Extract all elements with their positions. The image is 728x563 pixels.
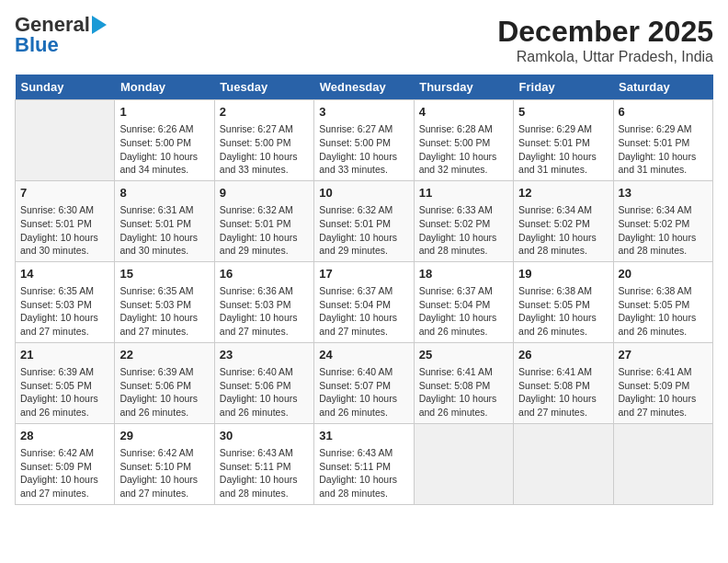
calendar-header: SundayMondayTuesdayWednesdayThursdayFrid… — [16, 75, 713, 100]
day-number: 2 — [220, 104, 309, 121]
week-row-2: 14Sunrise: 6:35 AMSunset: 5:03 PMDayligh… — [16, 261, 713, 342]
day-number: 14 — [20, 266, 109, 282]
day-number: 4 — [419, 104, 508, 121]
calendar-cell — [514, 423, 613, 504]
cell-info: Sunrise: 6:40 AMSunset: 5:07 PMDaylight:… — [319, 365, 408, 419]
day-number: 5 — [518, 104, 608, 121]
day-number: 19 — [518, 266, 608, 282]
calendar-cell: 31Sunrise: 6:43 AMSunset: 5:11 PMDayligh… — [314, 423, 414, 504]
week-row-0: 1Sunrise: 6:26 AMSunset: 5:00 PMDaylight… — [16, 100, 713, 181]
cell-info: Sunrise: 6:34 AMSunset: 5:02 PMDaylight:… — [619, 203, 708, 258]
cell-info: Sunrise: 6:27 AMSunset: 5:00 PMDaylight:… — [220, 122, 309, 177]
cell-info: Sunrise: 6:41 AMSunset: 5:09 PMDaylight:… — [619, 365, 708, 419]
day-number: 11 — [419, 185, 508, 201]
header: General Blue December 2025 Ramkola, Utta… — [15, 15, 713, 65]
cell-info: Sunrise: 6:36 AMSunset: 5:03 PMDaylight:… — [220, 284, 309, 339]
calendar-cell: 28Sunrise: 6:42 AMSunset: 5:09 PMDayligh… — [16, 423, 115, 504]
header-cell-thursday: Thursday — [414, 75, 513, 100]
cell-info: Sunrise: 6:32 AMSunset: 5:01 PMDaylight:… — [319, 203, 408, 258]
calendar-cell: 6Sunrise: 6:29 AMSunset: 5:01 PMDaylight… — [613, 100, 712, 181]
day-number: 18 — [419, 266, 508, 282]
calendar-cell: 4Sunrise: 6:28 AMSunset: 5:00 PMDaylight… — [414, 100, 513, 181]
day-number: 8 — [119, 185, 209, 201]
calendar-cell — [613, 423, 712, 504]
cell-info: Sunrise: 6:42 AMSunset: 5:10 PMDaylight:… — [119, 446, 209, 500]
cell-info: Sunrise: 6:35 AMSunset: 5:03 PMDaylight:… — [119, 284, 209, 339]
cell-info: Sunrise: 6:42 AMSunset: 5:09 PMDaylight:… — [20, 446, 109, 500]
day-number: 27 — [619, 347, 708, 363]
logo-text: General — [15, 15, 90, 35]
logo-arrow-icon — [92, 16, 107, 34]
calendar-cell: 8Sunrise: 6:31 AMSunset: 5:01 PMDaylight… — [115, 180, 214, 261]
calendar-cell: 2Sunrise: 6:27 AMSunset: 5:00 PMDaylight… — [214, 100, 313, 181]
calendar-cell: 20Sunrise: 6:38 AMSunset: 5:05 PMDayligh… — [613, 261, 712, 342]
location-title: Ramkola, Uttar Pradesh, India — [497, 49, 713, 65]
day-number: 30 — [220, 428, 309, 444]
calendar-cell: 3Sunrise: 6:27 AMSunset: 5:00 PMDaylight… — [314, 100, 414, 181]
calendar-cell: 15Sunrise: 6:35 AMSunset: 5:03 PMDayligh… — [115, 261, 214, 342]
day-number: 31 — [319, 428, 408, 444]
calendar-cell: 17Sunrise: 6:37 AMSunset: 5:04 PMDayligh… — [314, 261, 414, 342]
cell-info: Sunrise: 6:26 AMSunset: 5:00 PMDaylight:… — [119, 122, 209, 177]
day-number: 6 — [619, 104, 708, 121]
cell-info: Sunrise: 6:35 AMSunset: 5:03 PMDaylight:… — [20, 284, 109, 339]
cell-info: Sunrise: 6:40 AMSunset: 5:06 PMDaylight:… — [220, 365, 309, 419]
cell-info: Sunrise: 6:39 AMSunset: 5:05 PMDaylight:… — [20, 365, 109, 419]
calendar-cell: 11Sunrise: 6:33 AMSunset: 5:02 PMDayligh… — [414, 180, 513, 261]
calendar-cell: 10Sunrise: 6:32 AMSunset: 5:01 PMDayligh… — [314, 180, 414, 261]
day-number: 24 — [319, 347, 408, 363]
calendar-cell: 16Sunrise: 6:36 AMSunset: 5:03 PMDayligh… — [214, 261, 313, 342]
title-block: December 2025 Ramkola, Uttar Pradesh, In… — [497, 15, 713, 65]
day-number: 26 — [518, 347, 608, 363]
header-cell-wednesday: Wednesday — [314, 75, 414, 100]
calendar-table: SundayMondayTuesdayWednesdayThursdayFrid… — [15, 75, 713, 505]
calendar-cell: 12Sunrise: 6:34 AMSunset: 5:02 PMDayligh… — [514, 180, 613, 261]
logo-blue-text: Blue — [15, 33, 59, 56]
day-number: 10 — [319, 185, 408, 201]
week-row-4: 28Sunrise: 6:42 AMSunset: 5:09 PMDayligh… — [16, 423, 713, 504]
day-number: 29 — [119, 428, 209, 444]
calendar-cell: 27Sunrise: 6:41 AMSunset: 5:09 PMDayligh… — [613, 342, 712, 423]
calendar-cell: 26Sunrise: 6:41 AMSunset: 5:08 PMDayligh… — [514, 342, 613, 423]
cell-info: Sunrise: 6:43 AMSunset: 5:11 PMDaylight:… — [220, 446, 309, 500]
day-number: 16 — [220, 266, 309, 282]
day-number: 20 — [619, 266, 708, 282]
calendar-cell: 13Sunrise: 6:34 AMSunset: 5:02 PMDayligh… — [613, 180, 712, 261]
day-number: 15 — [119, 266, 209, 282]
calendar-cell: 29Sunrise: 6:42 AMSunset: 5:10 PMDayligh… — [115, 423, 214, 504]
day-number: 13 — [619, 185, 708, 201]
day-number: 25 — [419, 347, 508, 363]
cell-info: Sunrise: 6:39 AMSunset: 5:06 PMDaylight:… — [119, 365, 209, 419]
day-number: 21 — [20, 347, 109, 363]
calendar-cell: 5Sunrise: 6:29 AMSunset: 5:01 PMDaylight… — [514, 100, 613, 181]
week-row-1: 7Sunrise: 6:30 AMSunset: 5:01 PMDaylight… — [16, 180, 713, 261]
cell-info: Sunrise: 6:37 AMSunset: 5:04 PMDaylight:… — [319, 284, 408, 339]
month-title: December 2025 — [497, 15, 713, 49]
header-cell-friday: Friday — [514, 75, 613, 100]
calendar-cell: 7Sunrise: 6:30 AMSunset: 5:01 PMDaylight… — [16, 180, 115, 261]
calendar-cell — [414, 423, 513, 504]
calendar-cell: 18Sunrise: 6:37 AMSunset: 5:04 PMDayligh… — [414, 261, 513, 342]
cell-info: Sunrise: 6:27 AMSunset: 5:00 PMDaylight:… — [319, 122, 408, 177]
day-number: 28 — [20, 428, 109, 444]
day-number: 9 — [220, 185, 309, 201]
cell-info: Sunrise: 6:32 AMSunset: 5:01 PMDaylight:… — [220, 203, 309, 258]
calendar-cell: 1Sunrise: 6:26 AMSunset: 5:00 PMDaylight… — [115, 100, 214, 181]
cell-info: Sunrise: 6:29 AMSunset: 5:01 PMDaylight:… — [619, 122, 708, 177]
calendar-cell: 25Sunrise: 6:41 AMSunset: 5:08 PMDayligh… — [414, 342, 513, 423]
day-number: 23 — [220, 347, 309, 363]
header-cell-saturday: Saturday — [613, 75, 712, 100]
calendar-cell: 22Sunrise: 6:39 AMSunset: 5:06 PMDayligh… — [115, 342, 214, 423]
calendar-body: 1Sunrise: 6:26 AMSunset: 5:00 PMDaylight… — [16, 100, 713, 505]
day-number: 17 — [319, 266, 408, 282]
calendar-cell: 19Sunrise: 6:38 AMSunset: 5:05 PMDayligh… — [514, 261, 613, 342]
cell-info: Sunrise: 6:29 AMSunset: 5:01 PMDaylight:… — [518, 122, 608, 177]
header-cell-sunday: Sunday — [16, 75, 115, 100]
cell-info: Sunrise: 6:28 AMSunset: 5:00 PMDaylight:… — [419, 122, 508, 177]
calendar-cell: 9Sunrise: 6:32 AMSunset: 5:01 PMDaylight… — [214, 180, 313, 261]
calendar-cell: 14Sunrise: 6:35 AMSunset: 5:03 PMDayligh… — [16, 261, 115, 342]
cell-info: Sunrise: 6:30 AMSunset: 5:01 PMDaylight:… — [20, 203, 109, 258]
calendar-cell: 23Sunrise: 6:40 AMSunset: 5:06 PMDayligh… — [214, 342, 313, 423]
cell-info: Sunrise: 6:33 AMSunset: 5:02 PMDaylight:… — [419, 203, 508, 258]
calendar-cell: 30Sunrise: 6:43 AMSunset: 5:11 PMDayligh… — [214, 423, 313, 504]
